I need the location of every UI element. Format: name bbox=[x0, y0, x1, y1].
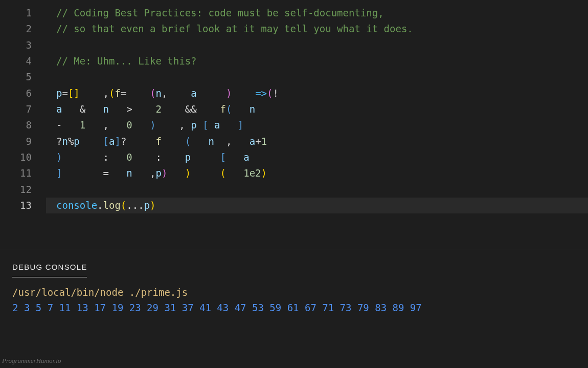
code-content[interactable]: - 1 , 0 ) , p [ a ] bbox=[46, 117, 588, 133]
tab-debug-console[interactable]: DEBUG CONSOLE bbox=[12, 261, 87, 277]
debug-console-panel[interactable]: DEBUG CONSOLE /usr/local/bin/node ./prim… bbox=[0, 249, 588, 316]
line-number: 12 bbox=[0, 182, 46, 198]
code-line[interactable]: 5 bbox=[0, 69, 588, 85]
console-command: /usr/local/bin/node ./prime.js bbox=[12, 285, 576, 300]
line-number: 11 bbox=[0, 165, 46, 181]
code-content[interactable]: a & n > 2 && f( n bbox=[46, 101, 588, 117]
code-line[interactable]: 3 bbox=[0, 37, 588, 53]
line-number: 6 bbox=[0, 85, 46, 101]
line-number: 10 bbox=[0, 149, 46, 165]
code-content[interactable]: p=[] ,(f= (n, a ) =>(! bbox=[46, 85, 588, 101]
code-content[interactable]: // so that even a brief look at it may t… bbox=[46, 21, 588, 37]
watermark: ProgrammerHumor.io bbox=[2, 355, 61, 366]
code-line[interactable]: 9?n%p [a]? f ( n , a+1 bbox=[0, 134, 588, 149]
code-line[interactable]: 8- 1 , 0 ) , p [ a ] bbox=[0, 117, 588, 133]
line-number: 8 bbox=[0, 117, 46, 133]
code-line[interactable]: 7a & n > 2 && f( n bbox=[0, 101, 588, 117]
code-line[interactable]: 6p=[] ,(f= (n, a ) =>(! bbox=[0, 85, 588, 101]
code-line[interactable]: 4// Me: Uhm... Like this? bbox=[0, 53, 588, 69]
line-number: 4 bbox=[0, 53, 46, 69]
code-content[interactable]: // Coding Best Practices: code must be s… bbox=[46, 5, 588, 21]
code-line[interactable]: 11] = n ,p) ) ( 1e2) bbox=[0, 165, 588, 181]
code-line[interactable]: 1// Coding Best Practices: code must be … bbox=[0, 5, 588, 21]
code-content[interactable] bbox=[46, 69, 588, 85]
code-content[interactable]: ?n%p [a]? f ( n , a+1 bbox=[46, 134, 588, 149]
code-line[interactable]: 2// so that even a brief look at it may … bbox=[0, 21, 588, 37]
code-content[interactable] bbox=[46, 182, 588, 198]
code-content[interactable]: console.log(...p) bbox=[46, 198, 588, 213]
code-content[interactable] bbox=[46, 37, 588, 53]
line-number: 2 bbox=[0, 21, 46, 37]
code-line[interactable]: 12 bbox=[0, 182, 588, 198]
code-editor[interactable]: 1// Coding Best Practices: code must be … bbox=[0, 0, 588, 246]
line-number: 3 bbox=[0, 37, 46, 53]
line-number: 5 bbox=[0, 69, 46, 85]
line-number: 13 bbox=[0, 198, 46, 213]
code-line[interactable]: 13console.log(...p) bbox=[0, 198, 588, 213]
code-content[interactable]: ) : 0 : p [ a bbox=[46, 149, 588, 165]
line-number: 1 bbox=[0, 5, 46, 21]
code-content[interactable]: // Me: Uhm... Like this? bbox=[46, 53, 588, 69]
console-output: 2 3 5 7 11 13 17 19 23 29 31 37 41 43 47… bbox=[12, 300, 576, 315]
line-number: 9 bbox=[0, 134, 46, 149]
code-content[interactable]: ] = n ,p) ) ( 1e2) bbox=[46, 165, 588, 181]
code-line[interactable]: 10) : 0 : p [ a bbox=[0, 149, 588, 165]
line-number: 7 bbox=[0, 101, 46, 117]
